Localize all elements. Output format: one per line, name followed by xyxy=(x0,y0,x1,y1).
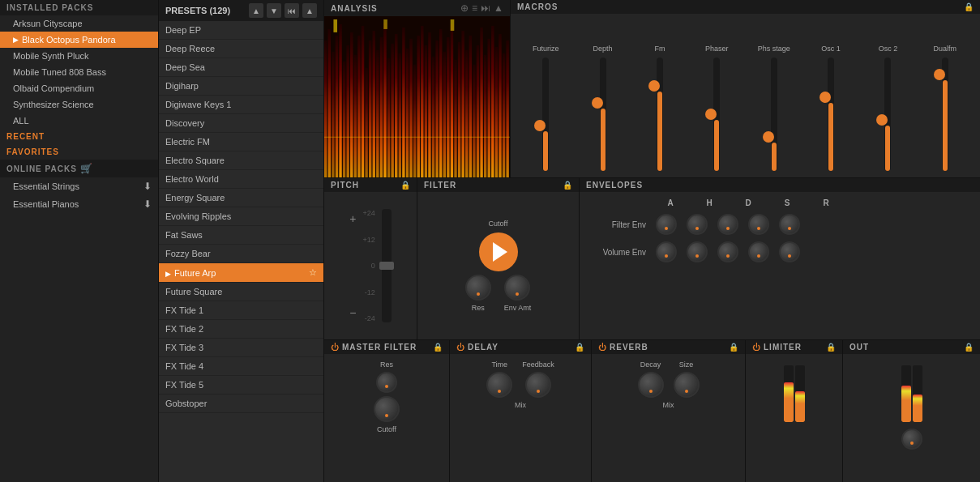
pack-item-synthesizer[interactable]: Synthesizer Science xyxy=(0,96,158,113)
filter-env-d xyxy=(717,214,738,235)
preset-item[interactable]: Deep Sea xyxy=(159,58,323,77)
master-filter-cutoff-knob[interactable] xyxy=(374,396,400,422)
macro-slider-track[interactable] xyxy=(828,58,834,171)
pitch-label-12m: -12 xyxy=(365,288,375,296)
svg-rect-48 xyxy=(499,34,501,177)
preset-item-future-arp[interactable]: ▶Future Arp ☆ xyxy=(159,263,323,283)
macro-slider-track[interactable] xyxy=(600,58,606,171)
filter-env-h-knob[interactable] xyxy=(687,214,708,235)
analysis-icon-4[interactable]: ▲ xyxy=(494,2,503,14)
res-label: Res xyxy=(472,304,485,312)
recent-header[interactable]: RECENT xyxy=(0,129,158,144)
macro-slider-track[interactable] xyxy=(771,58,777,171)
preset-item[interactable]: Evolving Ripples xyxy=(159,207,323,226)
pitch-slider-thumb xyxy=(379,262,394,270)
svg-rect-8 xyxy=(350,32,353,177)
preset-item[interactable]: Electro Square xyxy=(159,151,323,170)
reverb-size-knob[interactable] xyxy=(674,372,700,398)
filter-env-d-knob[interactable] xyxy=(717,214,738,235)
reverb-decay-knob[interactable] xyxy=(638,372,664,398)
level-meter xyxy=(781,360,808,425)
vol-env-a-knob[interactable] xyxy=(656,241,677,262)
delay-panel: ⏻ DELAY 🔒 Time Feedback xyxy=(450,340,592,482)
download-icon[interactable]: ⬇ xyxy=(143,198,152,210)
preset-item[interactable]: Deep Reece xyxy=(159,40,323,58)
filter-env-s-knob[interactable] xyxy=(748,214,769,235)
reverb-header: ⏻ REVERB 🔒 xyxy=(592,340,745,354)
delay-time-knob[interactable] xyxy=(486,372,512,398)
svg-rect-24 xyxy=(409,39,412,177)
preset-item-discovery[interactable]: Discovery xyxy=(159,114,323,133)
preset-item[interactable]: Electric FM xyxy=(159,133,323,151)
macro-label: Fm xyxy=(654,45,665,53)
svg-rect-46 xyxy=(491,26,494,177)
analysis-icon-3[interactable]: ⏭ xyxy=(481,2,490,14)
svg-rect-3 xyxy=(332,52,334,177)
filter-env-r-knob[interactable] xyxy=(779,214,800,235)
pack-item-all[interactable]: ALL xyxy=(0,113,158,129)
delay-power-icon[interactable]: ⏻ xyxy=(456,343,464,352)
env-amt-knob[interactable] xyxy=(504,275,530,301)
filter-env-a-knob[interactable] xyxy=(656,214,677,235)
vol-env-s-knob[interactable] xyxy=(748,241,769,262)
preset-item[interactable]: Fozzy Bear xyxy=(159,245,323,263)
pack-name: Olbaid Compendium xyxy=(13,83,94,93)
envelopes-title: ENVELOPES xyxy=(586,181,643,190)
limiter-power-icon[interactable]: ⏻ xyxy=(752,343,760,352)
delay-feedback-knob[interactable] xyxy=(525,372,551,398)
presets-next-button[interactable]: ▲ xyxy=(302,3,317,18)
knob-indicator xyxy=(516,292,519,296)
master-filter-power-icon[interactable]: ⏻ xyxy=(331,343,339,352)
macro-slider-track[interactable] xyxy=(713,58,720,171)
env-content: A H D S R xyxy=(580,192,980,339)
preset-item[interactable]: FX Tide 5 xyxy=(159,376,323,395)
analysis-icon-2[interactable]: ≡ xyxy=(472,2,477,14)
preset-item[interactable]: FX Tide 2 xyxy=(159,320,323,339)
preset-item[interactable]: Gobstoper xyxy=(159,395,323,413)
download-icon[interactable]: ⬇ xyxy=(143,181,152,192)
vol-env-d-knob[interactable] xyxy=(717,241,738,262)
preset-item[interactable]: Future Square xyxy=(159,283,323,301)
pack-item-blackoctopus[interactable]: ▶ Black Octopus Pandora xyxy=(0,32,158,48)
out-level-knob[interactable] xyxy=(901,429,922,450)
delay-knobs: Time Feedback xyxy=(486,360,554,398)
preset-item[interactable]: Deep EP xyxy=(159,21,323,40)
preset-item[interactable]: FX Tide 3 xyxy=(159,339,323,357)
pitch-label-24m: -24 xyxy=(365,314,375,322)
preset-item[interactable]: FX Tide 1 xyxy=(159,301,323,320)
master-filter-res-knob[interactable] xyxy=(376,372,397,393)
play-button[interactable] xyxy=(479,232,518,271)
preset-item[interactable]: FX Tide 4 xyxy=(159,357,323,376)
presets-prev-button[interactable]: ⏮ xyxy=(285,3,299,18)
macro-slider-track[interactable] xyxy=(942,58,948,171)
vol-env-r-knob[interactable] xyxy=(779,241,800,262)
presets-down-button[interactable]: ▼ xyxy=(267,3,281,18)
pitch-slider[interactable] xyxy=(382,209,392,322)
reverb-power-icon[interactable]: ⏻ xyxy=(598,343,606,352)
preset-item[interactable]: Digiwave Keys 1 xyxy=(159,96,323,114)
svg-rect-35 xyxy=(451,24,453,177)
preset-item-energy-square[interactable]: Energy Square xyxy=(159,189,323,207)
vol-env-h-knob[interactable] xyxy=(687,241,708,262)
online-item-pianos[interactable]: Essential Pianos ⬇ xyxy=(0,195,158,213)
favorites-header[interactable]: FAVORITES xyxy=(0,144,158,160)
macro-phaser: Phaser xyxy=(695,45,738,171)
pack-item-olbaid[interactable]: Olbaid Compendium xyxy=(0,80,158,96)
macro-slider-track[interactable] xyxy=(542,58,549,171)
pack-item-mobile808[interactable]: Mobile Tuned 808 Bass xyxy=(0,64,158,80)
macro-slider-track[interactable] xyxy=(657,58,663,171)
preset-item[interactable]: Digiharp xyxy=(159,77,323,96)
online-item-strings[interactable]: Essential Strings ⬇ xyxy=(0,177,158,195)
master-filter-header: ⏻ MASTER FILTER 🔒 xyxy=(324,340,449,354)
preset-item-fat-saws[interactable]: Fat Saws xyxy=(159,226,323,245)
pack-item-mobilesynth[interactable]: Mobile Synth Pluck xyxy=(0,48,158,64)
svg-rect-33 xyxy=(443,52,446,177)
active-arrow-icon: ▶ xyxy=(13,36,19,44)
presets-up-button[interactable]: ▲ xyxy=(249,3,263,18)
preset-item-electro-world[interactable]: Electro World xyxy=(159,170,323,189)
res-knob[interactable] xyxy=(465,275,491,301)
pack-item-arksun[interactable]: Arksun Cityscape xyxy=(0,15,158,32)
favorite-star-icon[interactable]: ☆ xyxy=(309,267,317,278)
analysis-icon-1[interactable]: ⊕ xyxy=(460,2,469,14)
macro-slider-track[interactable] xyxy=(884,58,891,171)
